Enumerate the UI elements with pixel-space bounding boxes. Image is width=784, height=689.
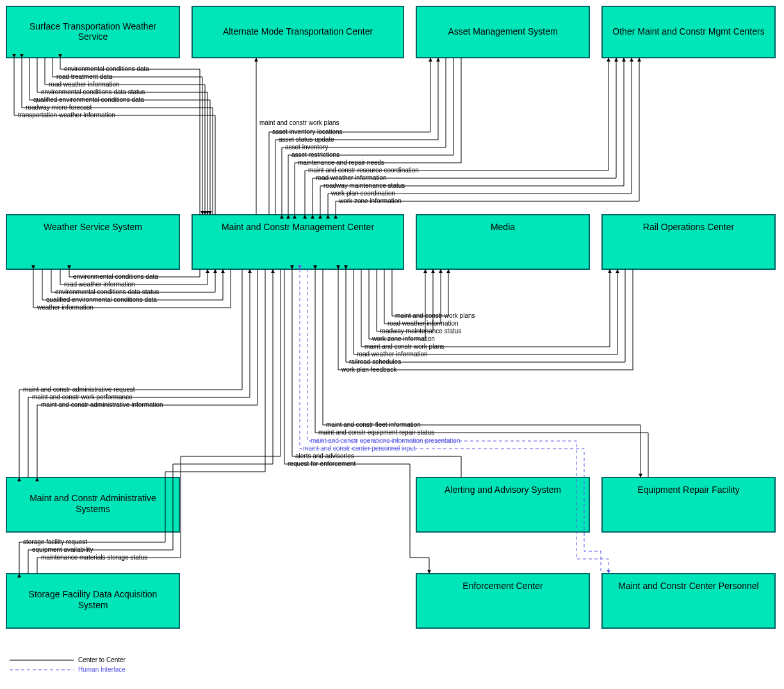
svg-text:maint and constr work plans: maint and constr work plans [395, 312, 475, 319]
svg-text:roadway maintenance status: roadway maintenance status [380, 328, 461, 335]
node-media[interactable]: Media [416, 215, 589, 269]
node-ams[interactable]: Asset Management System [416, 6, 589, 58]
svg-text:Center to Center: Center to Center [78, 656, 126, 663]
svg-text:Human Interface: Human Interface [78, 666, 126, 673]
node-erf[interactable]: Equipment Repair Facility [602, 477, 775, 532]
node-sfdas-label-1: Storage Facility Data Acquisition [29, 589, 158, 599]
node-sfdas[interactable]: Storage Facility Data Acquisition System [6, 574, 179, 628]
svg-text:weather information: weather information [37, 304, 94, 311]
flows-roc: maint and constr work plans road weather… [338, 269, 633, 373]
node-aas-label: Alerting and Advisory System [445, 485, 561, 495]
node-amtc[interactable]: Alternate Mode Transportation Center [192, 6, 404, 58]
svg-text:storage facility request: storage facility request [23, 538, 87, 545]
node-mccp-label: Maint and Constr Center Personnel [618, 581, 758, 591]
svg-text:qualified environmental condit: qualified environmental conditions data [33, 96, 144, 103]
node-ec-label: Enforcement Center [462, 581, 543, 591]
flows-media: maint and constr work plans road weather… [369, 269, 475, 342]
node-ommc[interactable]: Other Maint and Constr Mgmt Centers [602, 6, 775, 58]
svg-text:work zone information: work zone information [372, 335, 435, 342]
svg-text:work zone information: work zone information [338, 197, 402, 204]
svg-text:maint and constr work plans: maint and constr work plans [364, 343, 445, 350]
svg-text:roadway micro forecast: roadway micro forecast [26, 104, 92, 111]
flow-sfdas-2-label: maintenance materials storage status [41, 554, 147, 561]
svg-text:maint and constr administrativ: maint and constr administrative informat… [41, 401, 163, 408]
node-sfdas-label-2: System [78, 600, 108, 610]
node-mcas-label-2: Systems [76, 504, 110, 514]
node-mcas-label-1: Maint and Constr Administrative [29, 493, 156, 503]
svg-text:maint and constr resource coor: maint and constr resource coordination [308, 167, 419, 174]
svg-text:asset restrictions: asset restrictions [291, 151, 339, 158]
svg-text:maint and constr center person: maint and constr center personnel input [303, 445, 416, 452]
legend: Center to Center Human Interface [10, 656, 126, 673]
svg-text:road treatment data: road treatment data [56, 73, 113, 80]
node-erf-label: Equipment Repair Facility [637, 485, 740, 495]
node-wss[interactable]: Weather Service System [6, 215, 179, 269]
svg-text:maintenance and repair needs: maintenance and repair needs [298, 159, 384, 166]
node-media-label: Media [491, 222, 515, 232]
svg-text:maint and constr fleet informa: maint and constr fleet information [326, 421, 421, 428]
svg-text:asset status update: asset status update [279, 136, 334, 143]
svg-text:maint and constr equipment rep: maint and constr equipment repair status [318, 429, 434, 436]
node-aas[interactable]: Alerting and Advisory System [416, 477, 589, 532]
svg-text:asset inventory locations: asset inventory locations [272, 128, 343, 135]
svg-text:road weather information: road weather information [64, 281, 135, 288]
svg-text:equipment availability: equipment availability [32, 546, 94, 553]
node-wss-label: Weather Service System [44, 222, 142, 232]
node-stws-label-2: Service [78, 31, 108, 42]
node-stws[interactable]: Surface Transportation Weather Service [6, 6, 179, 58]
svg-text:maint and constr administrativ: maint and constr administrative request [23, 386, 135, 393]
node-amtc-label: Alternate Mode Transportation Center [223, 26, 373, 37]
node-mcmc-label: Maint and Constr Management Center [222, 222, 374, 232]
svg-text:roadway maintenance status: roadway maintenance status [323, 182, 405, 189]
svg-text:road weather information: road weather information [49, 81, 120, 88]
flows-ommc: maint and constr resource coordination r… [305, 58, 639, 215]
svg-text:maint and constr work performa: maint and constr work performance [32, 394, 133, 401]
svg-text:request for enforcement: request for enforcement [288, 460, 355, 467]
node-mcas[interactable]: Maint and Constr Administrative Systems [6, 477, 179, 532]
svg-text:work plan coordination: work plan coordination [331, 190, 395, 197]
svg-text:maint and constr work plans: maint and constr work plans [259, 119, 339, 126]
svg-text:road weather information: road weather information [357, 351, 428, 358]
node-roc-label: Rail Operations Center [643, 222, 735, 232]
svg-text:environmental conditions data : environmental conditions data status [41, 88, 145, 95]
flows-wss: environmental conditions data road weath… [33, 269, 231, 311]
svg-text:environmental conditions data : environmental conditions data status [55, 288, 159, 295]
node-ec[interactable]: Enforcement Center [416, 574, 589, 628]
svg-text:environmental conditions data: environmental conditions data [73, 273, 158, 280]
node-ams-label: Asset Management System [448, 26, 557, 37]
svg-text:railroad schedules: railroad schedules [349, 358, 401, 365]
svg-text:qualified environmental condit: qualified environmental conditions data [46, 296, 157, 303]
node-stws-label-1: Surface Transportation Weather [29, 21, 157, 31]
svg-text:environmental conditions data: environmental conditions data [64, 65, 149, 72]
svg-text:alerts and advisories: alerts and advisories [295, 452, 354, 460]
svg-text:maint and constr operations in: maint and constr operations information … [311, 437, 460, 444]
svg-text:road weather information: road weather information [388, 320, 459, 327]
node-roc[interactable]: Rail Operations Center [602, 215, 775, 269]
svg-text:transportation weather informa: transportation weather information [18, 112, 115, 119]
svg-text:road weather information: road weather information [316, 174, 387, 181]
node-mcmc[interactable]: Maint and Constr Management Center [192, 215, 404, 269]
node-ommc-label: Other Maint and Constr Mgmt Centers [612, 26, 764, 37]
svg-text:asset inventory: asset inventory [285, 144, 328, 151]
node-mccp[interactable]: Maint and Constr Center Personnel [602, 574, 775, 628]
flows-stws: environmental conditions data road treat… [14, 58, 215, 215]
svg-text:work plan feedback: work plan feedback [341, 366, 397, 373]
